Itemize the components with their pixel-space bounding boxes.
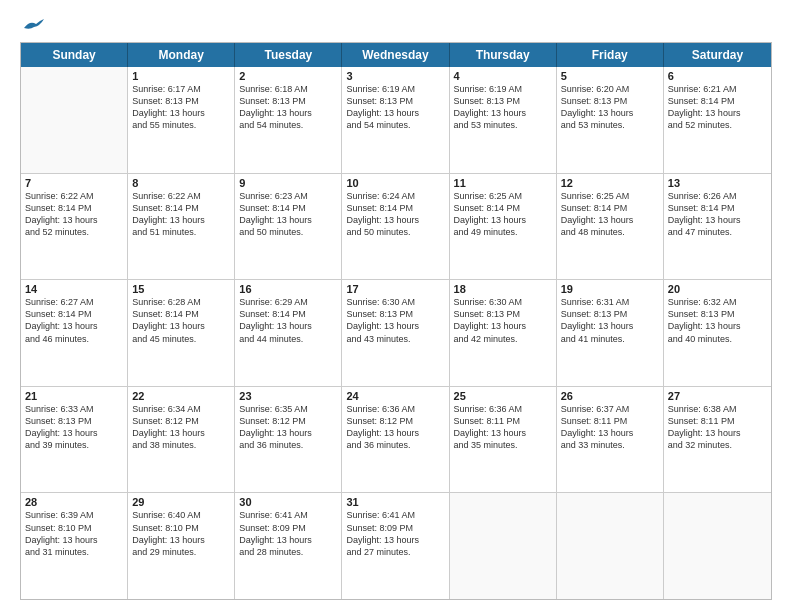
cell-info-line: Sunset: 8:10 PM xyxy=(25,522,123,534)
calendar-cell: 25Sunrise: 6:36 AMSunset: 8:11 PMDayligh… xyxy=(450,387,557,493)
calendar-week-3: 14Sunrise: 6:27 AMSunset: 8:14 PMDayligh… xyxy=(21,280,771,387)
cell-info-line: and 54 minutes. xyxy=(346,119,444,131)
cell-info-line: Sunrise: 6:38 AM xyxy=(668,403,767,415)
cell-info-line: Daylight: 13 hours xyxy=(561,107,659,119)
day-number: 27 xyxy=(668,390,767,402)
cell-info-line: Daylight: 13 hours xyxy=(668,214,767,226)
calendar-cell: 3Sunrise: 6:19 AMSunset: 8:13 PMDaylight… xyxy=(342,67,449,173)
calendar-cell: 6Sunrise: 6:21 AMSunset: 8:14 PMDaylight… xyxy=(664,67,771,173)
day-header-thursday: Thursday xyxy=(450,43,557,67)
day-number: 6 xyxy=(668,70,767,82)
cell-info-line: and 35 minutes. xyxy=(454,439,552,451)
cell-info-line: Sunset: 8:13 PM xyxy=(25,415,123,427)
cell-info-line: Sunrise: 6:40 AM xyxy=(132,509,230,521)
day-number: 8 xyxy=(132,177,230,189)
cell-info-line: Daylight: 13 hours xyxy=(346,107,444,119)
cell-info-line: and 51 minutes. xyxy=(132,226,230,238)
cell-info-line: and 29 minutes. xyxy=(132,546,230,558)
cell-info-line: and 43 minutes. xyxy=(346,333,444,345)
cell-info-line: Sunset: 8:13 PM xyxy=(561,308,659,320)
day-header-sunday: Sunday xyxy=(21,43,128,67)
cell-info-line: Sunset: 8:13 PM xyxy=(561,95,659,107)
calendar-cell: 5Sunrise: 6:20 AMSunset: 8:13 PMDaylight… xyxy=(557,67,664,173)
calendar-cell: 19Sunrise: 6:31 AMSunset: 8:13 PMDayligh… xyxy=(557,280,664,386)
calendar-cell: 29Sunrise: 6:40 AMSunset: 8:10 PMDayligh… xyxy=(128,493,235,599)
calendar-cell: 20Sunrise: 6:32 AMSunset: 8:13 PMDayligh… xyxy=(664,280,771,386)
calendar-cell: 23Sunrise: 6:35 AMSunset: 8:12 PMDayligh… xyxy=(235,387,342,493)
cell-info-line: and 28 minutes. xyxy=(239,546,337,558)
cell-info-line: Sunset: 8:14 PM xyxy=(668,95,767,107)
cell-info-line: and 52 minutes. xyxy=(668,119,767,131)
calendar-container: SundayMondayTuesdayWednesdayThursdayFrid… xyxy=(20,42,772,600)
calendar-week-1: 1Sunrise: 6:17 AMSunset: 8:13 PMDaylight… xyxy=(21,67,771,174)
cell-info-line: Sunrise: 6:31 AM xyxy=(561,296,659,308)
day-number: 30 xyxy=(239,496,337,508)
cell-info-line: Sunrise: 6:33 AM xyxy=(25,403,123,415)
cell-info-line: Sunrise: 6:19 AM xyxy=(346,83,444,95)
cell-info-line: Sunset: 8:14 PM xyxy=(668,202,767,214)
day-number: 16 xyxy=(239,283,337,295)
cell-info-line: Daylight: 13 hours xyxy=(668,427,767,439)
calendar-body: 1Sunrise: 6:17 AMSunset: 8:13 PMDaylight… xyxy=(21,67,771,599)
cell-info-line: Sunrise: 6:21 AM xyxy=(668,83,767,95)
cell-info-line: and 50 minutes. xyxy=(346,226,444,238)
calendar-cell: 9Sunrise: 6:23 AMSunset: 8:14 PMDaylight… xyxy=(235,174,342,280)
day-number: 31 xyxy=(346,496,444,508)
day-number: 10 xyxy=(346,177,444,189)
cell-info-line: Sunrise: 6:41 AM xyxy=(239,509,337,521)
cell-info-line: Sunset: 8:13 PM xyxy=(454,308,552,320)
cell-info-line: and 50 minutes. xyxy=(239,226,337,238)
cell-info-line: Sunset: 8:14 PM xyxy=(132,202,230,214)
calendar-cell: 14Sunrise: 6:27 AMSunset: 8:14 PMDayligh… xyxy=(21,280,128,386)
cell-info-line: Sunrise: 6:37 AM xyxy=(561,403,659,415)
cell-info-line: and 31 minutes. xyxy=(25,546,123,558)
day-number: 20 xyxy=(668,283,767,295)
calendar-cell: 15Sunrise: 6:28 AMSunset: 8:14 PMDayligh… xyxy=(128,280,235,386)
calendar-cell: 22Sunrise: 6:34 AMSunset: 8:12 PMDayligh… xyxy=(128,387,235,493)
cell-info-line: Daylight: 13 hours xyxy=(25,320,123,332)
calendar-cell: 16Sunrise: 6:29 AMSunset: 8:14 PMDayligh… xyxy=(235,280,342,386)
day-header-wednesday: Wednesday xyxy=(342,43,449,67)
cell-info-line: Daylight: 13 hours xyxy=(668,107,767,119)
calendar-week-2: 7Sunrise: 6:22 AMSunset: 8:14 PMDaylight… xyxy=(21,174,771,281)
cell-info-line: Daylight: 13 hours xyxy=(346,534,444,546)
cell-info-line: Sunset: 8:14 PM xyxy=(454,202,552,214)
cell-info-line: Sunset: 8:14 PM xyxy=(561,202,659,214)
calendar-cell xyxy=(21,67,128,173)
calendar-cell: 13Sunrise: 6:26 AMSunset: 8:14 PMDayligh… xyxy=(664,174,771,280)
cell-info-line: Daylight: 13 hours xyxy=(25,427,123,439)
cell-info-line: Sunrise: 6:26 AM xyxy=(668,190,767,202)
day-number: 11 xyxy=(454,177,552,189)
cell-info-line: and 48 minutes. xyxy=(561,226,659,238)
calendar-week-5: 28Sunrise: 6:39 AMSunset: 8:10 PMDayligh… xyxy=(21,493,771,599)
day-number: 2 xyxy=(239,70,337,82)
cell-info-line: Sunrise: 6:36 AM xyxy=(346,403,444,415)
cell-info-line: Sunrise: 6:29 AM xyxy=(239,296,337,308)
cell-info-line: Sunrise: 6:17 AM xyxy=(132,83,230,95)
cell-info-line: and 39 minutes. xyxy=(25,439,123,451)
cell-info-line: and 42 minutes. xyxy=(454,333,552,345)
calendar-cell xyxy=(557,493,664,599)
day-number: 25 xyxy=(454,390,552,402)
cell-info-line: Sunset: 8:12 PM xyxy=(239,415,337,427)
logo-bird-icon xyxy=(22,18,44,36)
calendar-cell: 7Sunrise: 6:22 AMSunset: 8:14 PMDaylight… xyxy=(21,174,128,280)
cell-info-line: Daylight: 13 hours xyxy=(25,534,123,546)
cell-info-line: Sunrise: 6:23 AM xyxy=(239,190,337,202)
day-number: 5 xyxy=(561,70,659,82)
cell-info-line: Sunrise: 6:36 AM xyxy=(454,403,552,415)
cell-info-line: and 38 minutes. xyxy=(132,439,230,451)
cell-info-line: Daylight: 13 hours xyxy=(25,214,123,226)
cell-info-line: Sunset: 8:13 PM xyxy=(454,95,552,107)
cell-info-line: Sunset: 8:11 PM xyxy=(561,415,659,427)
cell-info-line: Daylight: 13 hours xyxy=(239,320,337,332)
cell-info-line: Sunset: 8:14 PM xyxy=(239,202,337,214)
cell-info-line: Daylight: 13 hours xyxy=(132,534,230,546)
calendar-cell: 17Sunrise: 6:30 AMSunset: 8:13 PMDayligh… xyxy=(342,280,449,386)
cell-info-line: Sunset: 8:11 PM xyxy=(668,415,767,427)
calendar-cell: 1Sunrise: 6:17 AMSunset: 8:13 PMDaylight… xyxy=(128,67,235,173)
day-number: 28 xyxy=(25,496,123,508)
cell-info-line: Sunset: 8:09 PM xyxy=(346,522,444,534)
calendar-cell: 4Sunrise: 6:19 AMSunset: 8:13 PMDaylight… xyxy=(450,67,557,173)
calendar-cell: 11Sunrise: 6:25 AMSunset: 8:14 PMDayligh… xyxy=(450,174,557,280)
